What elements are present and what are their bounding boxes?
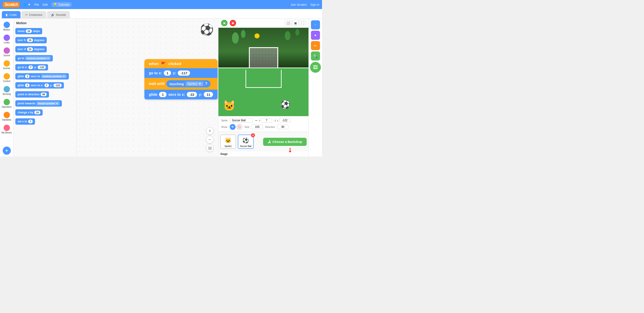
touch-sprite-label: Sprite1: [188, 82, 198, 86]
sidebar-item-control[interactable]: Control: [0, 72, 13, 84]
show-btn[interactable]: 👁: [230, 124, 236, 130]
stop-btn[interactable]: ■: [230, 20, 236, 26]
tutorials-btn[interactable]: 💡 Tutorials: [51, 2, 72, 7]
signin-link[interactable]: Sign in: [310, 3, 319, 6]
tutorials-label: Tutorials: [58, 3, 69, 6]
zoom-fit-btn[interactable]: ⊟: [206, 144, 214, 152]
blocks-title: Motion: [15, 20, 75, 26]
tab-sounds-label: Sounds: [56, 13, 66, 17]
stage-small-btn[interactable]: ⬜: [285, 20, 291, 26]
choose-backdrop-area: 🏞 Choose a Backdrop: [263, 138, 307, 146]
operators-label: Operators: [2, 106, 12, 108]
direction-input[interactable]: [277, 125, 288, 129]
sidebar-item-looks[interactable]: Looks: [0, 33, 13, 45]
block-glide-xy[interactable]: glide 1 secs to x: 7 y: -122: [15, 82, 64, 89]
delete-sprite-btn[interactable]: ✕: [251, 133, 255, 137]
block-change-x[interactable]: change x by 10: [15, 109, 43, 116]
scratch-logo[interactable]: Scratch: [3, 2, 20, 8]
glide-mid-label: secs to x:: [168, 93, 185, 97]
tab-sounds[interactable]: 🔊 Sounds: [47, 11, 70, 18]
sidebar-item-sensing[interactable]: Sensing: [0, 85, 13, 97]
block-point-towards-dropdown[interactable]: mouse-pointer ▼: [36, 102, 60, 105]
block-glide-xy-val: 1: [25, 84, 30, 87]
x-input[interactable]: [261, 118, 272, 123]
block-turn-left[interactable]: turn ↺ 15 degrees: [15, 46, 47, 52]
tab-costumes[interactable]: ✂ Costumes: [22, 11, 46, 18]
block-goto-xy-label: go to x:: [18, 66, 27, 69]
hide-btn[interactable]: 🚫: [236, 124, 242, 130]
block-goto-dropdown[interactable]: random position ▼: [25, 57, 50, 60]
wait-block[interactable]: wait until touching Sprite1 ▼ ?: [144, 78, 218, 90]
rs-search-btn[interactable]: 🔍: [311, 52, 320, 61]
glide-block[interactable]: glide 1 secs to x: -22 y: 11: [144, 90, 218, 99]
sidebar-item-events[interactable]: Events: [0, 59, 13, 71]
join-link[interactable]: Join Scratch: [291, 3, 307, 6]
size-input[interactable]: [252, 125, 263, 129]
touch-dropdown-arrow: ▼: [198, 82, 202, 86]
sidebar-item-operators[interactable]: Operators: [0, 98, 13, 110]
sidebar-item-myblocks[interactable]: My Blocks: [0, 123, 13, 135]
events-label: Events: [3, 67, 10, 70]
block-move[interactable]: move 10 steps: [15, 28, 42, 34]
sprite-name-input[interactable]: [230, 118, 252, 123]
sprite-thumb-ball[interactable]: ⚽ Soccer Ball: [238, 135, 254, 149]
wait-q-label: ?: [205, 82, 207, 86]
ball-sprite: ⚽: [280, 100, 290, 109]
zoom-in-btn[interactable]: +: [206, 127, 214, 135]
sprite-y-coord: ↕ y: [274, 118, 290, 123]
block-point-dir-value: 90: [40, 93, 46, 96]
sprite1-name: Sprite1: [224, 145, 232, 147]
block-glide-random[interactable]: glide 1 secs to random position ▼: [15, 73, 69, 80]
x-arrows-icon: ↔: [255, 119, 258, 122]
rs-edit-btn[interactable]: ✏: [311, 41, 320, 50]
hat-block[interactable]: when 🚩 clicked: [144, 59, 218, 68]
green-flag-btn[interactable]: [221, 20, 228, 26]
sidebar-item-sound[interactable]: Sound: [0, 46, 13, 58]
rs-backdrop-btn[interactable]: 🖼: [310, 62, 321, 73]
choose-backdrop-btn[interactable]: 🏞 Choose a Backdrop: [263, 138, 307, 146]
rs-plus-btn[interactable]: ✦: [311, 31, 320, 40]
block-point-towards[interactable]: point towards mouse-pointer ▼: [15, 100, 62, 107]
stage-large-btn[interactable]: ⛶: [300, 20, 306, 26]
block-set-x[interactable]: set x to 7: [15, 118, 35, 125]
add-icon: +: [6, 148, 8, 153]
touch-sprite-dropdown[interactable]: Sprite1 ▼: [186, 82, 203, 86]
zoom-out-btn[interactable]: −: [206, 136, 214, 143]
category-sidebar: Motion Looks Sound Events Control Sensin…: [0, 19, 14, 157]
block-point-dir[interactable]: point in direction 90: [15, 91, 49, 98]
variables-dot: [4, 112, 10, 118]
goto-x-input: 1: [164, 71, 171, 76]
rs-upload-btn[interactable]: ↑: [311, 20, 320, 29]
stage-medium-btn[interactable]: ▣: [292, 20, 298, 26]
touching-condition[interactable]: touching Sprite1 ▼ ?: [166, 80, 210, 87]
y-input[interactable]: [279, 118, 290, 123]
block-goto[interactable]: go to random position ▼: [15, 55, 53, 62]
stage-controls: ■ ⬜ ▣ ⛶: [218, 19, 308, 28]
choose-backdrop-label: Choose a Backdrop: [272, 140, 302, 144]
sensing-label: Sensing: [2, 93, 10, 95]
direction-label: Direction: [265, 126, 275, 128]
block-glide-rand-dropdown[interactable]: random position ▼: [41, 75, 66, 78]
main-layout: Motion Looks Sound Events Control Sensin…: [0, 19, 322, 157]
operators-dot: [4, 99, 10, 105]
nav-right: Join Scratch Sign in: [291, 3, 319, 6]
zoom-in-icon: +: [209, 129, 211, 133]
sidebar-item-variables[interactable]: Variables: [0, 110, 13, 122]
block-turn-right[interactable]: turn ↻ 15 degrees: [15, 37, 47, 43]
tab-code[interactable]: ◧ Code: [2, 11, 20, 18]
touching-label: touching: [170, 82, 184, 86]
myblocks-label: My Blocks: [2, 131, 12, 134]
block-goto-xy[interactable]: go to x: 7 y: -122: [15, 64, 48, 71]
add-extension-btn[interactable]: +: [3, 147, 11, 155]
file-menu[interactable]: File: [34, 3, 39, 6]
sidebar-item-motion[interactable]: Motion: [0, 20, 13, 32]
edit-menu[interactable]: Edit: [43, 3, 48, 6]
code-area[interactable]: ⚽ when 🚩 clicked go to x: 1 y: -117: [77, 19, 218, 157]
goto-block[interactable]: go to x: 1 y: -117: [144, 68, 218, 78]
sprite-thumb-sprite1[interactable]: 🐱 Sprite1: [220, 135, 236, 149]
script-wrapper[interactable]: when 🚩 clicked go to x: 1 y: -117 wait u…: [144, 59, 218, 99]
hat-flag-icon: 🚩: [161, 62, 166, 66]
nav-globe[interactable]: 🌐 ▼: [23, 3, 31, 6]
glide-x-input: -22: [187, 92, 197, 97]
glide-y-input: 11: [204, 92, 213, 97]
